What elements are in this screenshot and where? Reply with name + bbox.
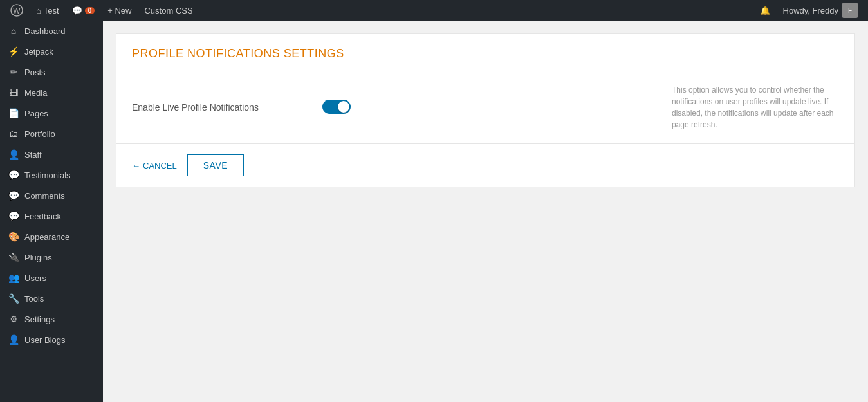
sidebar-item-users[interactable]: 👥 Users — [0, 268, 103, 288]
sidebar-item-user-blogs[interactable]: 👤 User Blogs — [0, 329, 103, 350]
sidebar: ⌂ Dashboard ⚡ Jetpack ✏ Posts 🎞 Media 📄 … — [0, 21, 103, 402]
sidebar-label-jetpack: Jetpack — [24, 47, 53, 57]
portfolio-icon: 🗂 — [8, 129, 19, 139]
pages-icon: 📄 — [8, 108, 19, 118]
cancel-arrow: ← — [132, 161, 140, 170]
sidebar-label-comments: Comments — [24, 191, 65, 201]
site-name: Test — [44, 6, 59, 15]
sidebar-label-staff: Staff — [24, 150, 42, 160]
sidebar-label-user-blogs: User Blogs — [24, 335, 66, 345]
comments-count: 0 — [85, 7, 95, 14]
wp-icon: W — [10, 4, 23, 17]
users-icon: 👥 — [8, 273, 19, 283]
sidebar-label-portfolio: Portfolio — [24, 129, 55, 139]
home-icon: ⌂ — [36, 6, 41, 15]
plugins-icon: 🔌 — [8, 252, 19, 262]
sidebar-item-posts[interactable]: ✏ Posts — [0, 62, 103, 82]
toggle-thumb — [338, 101, 349, 113]
sidebar-label-settings: Settings — [24, 315, 55, 324]
sidebar-label-testimonials: Testimonials — [24, 170, 71, 180]
tools-icon: 🔧 — [8, 293, 19, 304]
feedback-icon: 💬 — [8, 211, 19, 221]
sidebar-item-portfolio[interactable]: 🗂 Portfolio — [0, 123, 103, 144]
page-title: PROFILE NOTIFICATIONS SETTINGS — [116, 34, 854, 71]
staff-icon: 👤 — [8, 149, 19, 160]
sidebar-label-dashboard: Dashboard — [24, 26, 66, 36]
howdy-text: Howdy, Freddy — [783, 6, 838, 15]
layout: ⌂ Dashboard ⚡ Jetpack ✏ Posts 🎞 Media 📄 … — [0, 21, 868, 402]
svg-text:W: W — [13, 6, 21, 15]
comments-sidebar-icon: 💬 — [8, 190, 19, 201]
sidebar-label-plugins: Plugins — [24, 253, 52, 262]
setting-label: Enable Live Profile Notifications — [132, 102, 312, 113]
settings-panel: PROFILE NOTIFICATIONS SETTINGS Enable Li… — [116, 33, 855, 187]
main-content: PROFILE NOTIFICATIONS SETTINGS Enable Li… — [103, 21, 868, 402]
action-bar: ← CANCEL SAVE — [116, 143, 854, 187]
dashboard-icon: ⌂ — [8, 26, 19, 36]
jetpack-icon: ⚡ — [8, 46, 19, 57]
comments-icon: 💬 — [72, 6, 82, 15]
sidebar-item-feedback[interactable]: 💬 Feedback — [0, 206, 103, 226]
new-label: + New — [107, 6, 131, 15]
notifications-icon: 🔔 — [760, 6, 770, 15]
settings-icon: ⚙ — [8, 314, 19, 324]
sidebar-label-feedback: Feedback — [24, 212, 61, 221]
toggle-track — [322, 100, 351, 114]
help-text: This option allows you to control whethe… — [646, 84, 839, 131]
sidebar-item-settings[interactable]: ⚙ Settings — [0, 309, 103, 329]
sidebar-item-dashboard[interactable]: ⌂ Dashboard — [0, 21, 103, 41]
new-button[interactable]: + New — [102, 0, 136, 21]
sidebar-item-testimonials[interactable]: 💬 Testimonials — [0, 165, 103, 185]
toggle-control[interactable] — [322, 100, 351, 116]
sidebar-label-tools: Tools — [24, 294, 44, 304]
sidebar-item-plugins[interactable]: 🔌 Plugins — [0, 247, 103, 268]
media-icon: 🎞 — [8, 87, 19, 98]
notifications-setting-row: Enable Live Profile Notifications This o… — [116, 71, 854, 143]
cancel-label: CANCEL — [143, 161, 177, 170]
notifications-button[interactable]: 🔔 — [755, 6, 775, 15]
sidebar-label-posts: Posts — [24, 68, 46, 77]
sidebar-label-pages: Pages — [24, 109, 48, 118]
wp-logo-button[interactable]: W — [5, 0, 28, 21]
sidebar-item-pages[interactable]: 📄 Pages — [0, 103, 103, 123]
sidebar-item-appearance[interactable]: 🎨 Appearance — [0, 226, 103, 247]
toggle-switch[interactable] — [322, 100, 351, 114]
sidebar-item-staff[interactable]: 👤 Staff — [0, 144, 103, 165]
posts-icon: ✏ — [8, 67, 19, 77]
custom-css-link[interactable]: Custom CSS — [139, 0, 198, 21]
sidebar-item-comments[interactable]: 💬 Comments — [0, 185, 103, 206]
save-button[interactable]: SAVE — [187, 154, 244, 176]
sidebar-item-media[interactable]: 🎞 Media — [0, 82, 103, 103]
sidebar-label-media: Media — [24, 88, 47, 98]
avatar: F — [842, 3, 858, 18]
topbar: W ⌂ Test 💬 0 + New Custom CSS 🔔 Howdy, F… — [0, 0, 868, 21]
appearance-icon: 🎨 — [8, 232, 19, 242]
cancel-button[interactable]: ← CANCEL — [132, 158, 177, 173]
sidebar-item-jetpack[interactable]: ⚡ Jetpack — [0, 41, 103, 62]
sidebar-label-users: Users — [24, 273, 46, 283]
custom-css-label: Custom CSS — [144, 6, 192, 15]
testimonials-icon: 💬 — [8, 170, 19, 180]
comments-link[interactable]: 💬 0 — [67, 0, 100, 21]
howdy-section: Howdy, Freddy F — [778, 3, 863, 18]
site-link[interactable]: ⌂ Test — [31, 0, 64, 21]
sidebar-item-tools[interactable]: 🔧 Tools — [0, 288, 103, 309]
user-blogs-icon: 👤 — [8, 334, 19, 345]
sidebar-label-appearance: Appearance — [24, 232, 69, 242]
